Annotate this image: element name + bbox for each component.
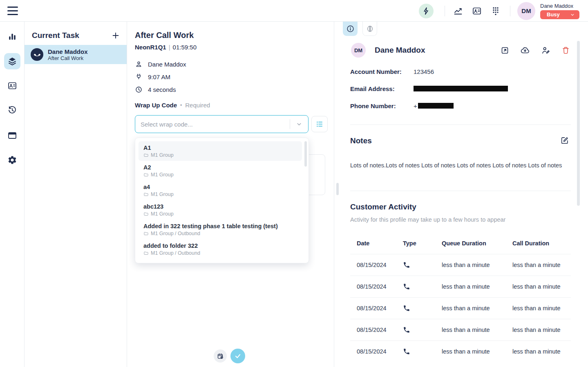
wrap-code-option[interactable]: A2 M1 Group xyxy=(135,161,309,180)
start-time: 9:07 AM xyxy=(148,73,170,80)
wrap-code-option[interactable]: abc123 M1 Group xyxy=(135,200,309,220)
wrap-code-option[interactable]: Added in 322 testing phase 1 table testi… xyxy=(135,220,309,239)
folder-icon xyxy=(144,173,148,176)
menu-icon[interactable] xyxy=(7,7,18,15)
acw-actions xyxy=(127,348,334,365)
calendar-clock-icon xyxy=(218,354,223,358)
panel-title: Current Task xyxy=(32,31,79,40)
user-avatar[interactable]: DM xyxy=(517,2,535,20)
phone-icon xyxy=(404,349,409,354)
start-time-row: 9:07 AM xyxy=(135,72,170,82)
wrap-code-select[interactable] xyxy=(135,115,309,133)
folder-icon xyxy=(144,232,148,235)
table-row: 08/15/2024 less than a minute less than … xyxy=(350,276,571,297)
topbar-divider xyxy=(445,6,445,16)
phone-icon xyxy=(404,305,409,311)
contact-profile-panel: DM Dane Maddox Account Number: 123456 Em… xyxy=(334,22,588,367)
lightning-icon xyxy=(424,7,428,14)
current-task-panel: Current Task Dane Maddox After Call Work xyxy=(25,22,127,367)
table-row: 08/15/2024 less than a minute less than … xyxy=(350,340,571,362)
gear-icon xyxy=(8,156,16,164)
browser-window-icon xyxy=(9,133,16,138)
wrap-up-code-label: Wrap Up Code xyxy=(135,102,177,109)
layers-icon xyxy=(9,58,16,65)
select-chevron-button[interactable] xyxy=(290,120,308,128)
plus-icon xyxy=(113,33,118,38)
reporting-button[interactable] xyxy=(453,6,463,16)
download-profile-button[interactable] xyxy=(520,45,530,55)
topbar: DM Dane Maddox Busy xyxy=(0,0,588,22)
wrap-code-option[interactable]: added to folder 322 M1 Group / Outbound xyxy=(135,239,309,259)
open-profile-button[interactable] xyxy=(501,46,509,55)
wrap-code-input[interactable] xyxy=(135,121,290,128)
wrap-code-dropdown: A1 M1 Group A2 M1 Group a4 M1 Group abc1… xyxy=(135,138,309,263)
section-divider xyxy=(350,125,571,125)
phone-prefix: + xyxy=(414,102,417,109)
phone-icon xyxy=(404,284,409,289)
contacts-button[interactable] xyxy=(472,6,482,16)
edit-contact-button[interactable] xyxy=(541,46,550,55)
contact-name: Dane Maddox xyxy=(148,61,186,68)
chevron-down-icon xyxy=(297,124,301,125)
external-link-icon xyxy=(502,47,508,53)
email-label: Email Address: xyxy=(350,85,414,92)
nav-dashboard[interactable] xyxy=(4,29,20,45)
folder-icon xyxy=(144,251,148,254)
tab-insights[interactable] xyxy=(362,22,377,36)
person-edit-icon xyxy=(543,47,549,53)
after-call-work-panel: After Call Work NeonR1Q1|01:59:50 Dane M… xyxy=(127,22,334,367)
quick-actions-button[interactable] xyxy=(419,4,434,18)
task-state: After Call Work xyxy=(48,55,88,61)
section-divider xyxy=(350,191,571,191)
acw-subtitle: NeonR1Q1|01:59:50 xyxy=(135,44,197,51)
left-nav-rail xyxy=(0,22,25,367)
cloud-download-icon xyxy=(521,48,529,53)
trash-icon xyxy=(563,47,568,53)
col-date: Date xyxy=(357,240,403,247)
wrap-code-option[interactable]: A1 M1 Group xyxy=(139,141,302,161)
history-icon xyxy=(9,107,16,113)
required-label: Required xyxy=(185,102,210,109)
status-label: Busy xyxy=(547,11,560,18)
info-icon xyxy=(347,26,353,32)
delete-contact-button[interactable] xyxy=(561,46,570,55)
plug-icon xyxy=(137,74,141,79)
nav-history[interactable] xyxy=(4,102,20,118)
clock-icon xyxy=(136,87,141,92)
task-list-item[interactable]: Dane Maddox After Call Work xyxy=(25,45,127,64)
nav-tasks[interactable] xyxy=(4,53,20,69)
person-icon xyxy=(136,62,141,66)
account-number-label: Account Number: xyxy=(350,68,414,75)
dialpad-icon xyxy=(493,7,498,15)
line-chart-icon xyxy=(455,8,462,14)
contact-card-icon xyxy=(473,8,481,14)
phone-icon xyxy=(34,51,40,58)
task-type-avatar xyxy=(31,48,43,61)
right-panel-scrollbar[interactable] xyxy=(577,41,580,206)
dropdown-scrollbar[interactable] xyxy=(304,141,307,167)
wrap-code-list-button[interactable] xyxy=(311,116,328,132)
tab-info[interactable] xyxy=(343,22,358,36)
wrap-up-code-label-row: Wrap Up Code • Required xyxy=(135,102,210,109)
user-name: Dane Maddox xyxy=(540,3,573,9)
middle-panel-scrollbar[interactable] xyxy=(336,183,339,195)
schedule-callback-button[interactable] xyxy=(214,349,227,363)
phone-row: Phone Number: + xyxy=(350,101,572,110)
wrap-code-option[interactable]: a4 M1 Group xyxy=(135,180,309,200)
folder-icon xyxy=(144,193,148,196)
acw-timer: 01:59:50 xyxy=(173,44,197,51)
email-row: Email Address: xyxy=(350,84,572,93)
add-task-button[interactable] xyxy=(111,31,120,40)
nav-contacts[interactable] xyxy=(4,78,20,94)
table-row: 08/15/2024 less than a minute less than … xyxy=(350,254,571,276)
nav-settings[interactable] xyxy=(4,152,20,168)
edit-notes-button[interactable] xyxy=(560,136,569,145)
status-dropdown[interactable]: Busy xyxy=(540,10,579,19)
nav-browser[interactable] xyxy=(4,127,20,144)
chevron-down-icon xyxy=(571,14,574,15)
complete-task-button[interactable] xyxy=(230,349,245,363)
dialpad-button[interactable] xyxy=(491,6,501,16)
table-row: 08/15/2024 less than a minute less than … xyxy=(350,319,571,340)
customer-activity-title: Customer Activity xyxy=(350,202,416,211)
bar-chart-icon xyxy=(9,34,16,40)
